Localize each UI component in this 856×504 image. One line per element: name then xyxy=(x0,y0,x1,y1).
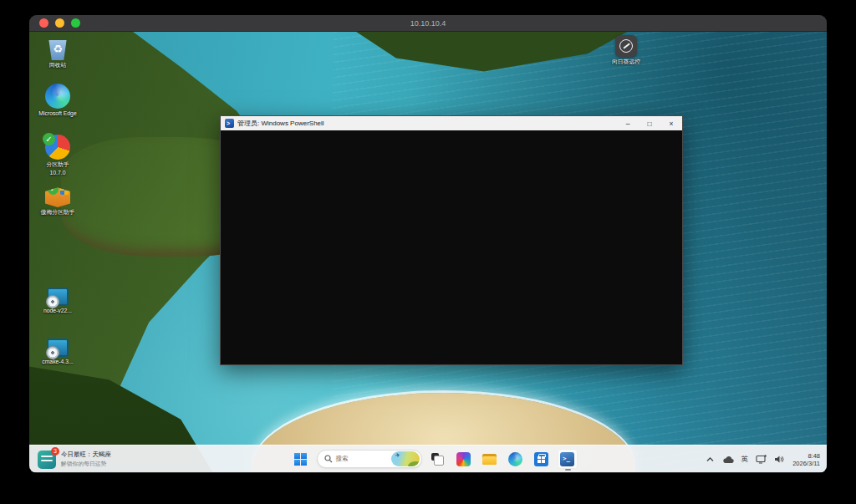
desktop-shortcut-icon xyxy=(48,37,68,60)
tray-time: 8:48 xyxy=(792,452,820,460)
search-placeholder: 搜索 xyxy=(336,455,388,463)
window-control-button[interactable]: × xyxy=(660,116,682,130)
widget-subtext: 解锁你的每日运势 xyxy=(61,460,111,468)
terminal-line: PS C:\WINDOWS\system32> _ xyxy=(224,359,679,365)
terminal-line: 🦞 OpenClaw 中文版 2026.3.8 (3caab92) — Self… xyxy=(224,250,679,257)
terminal-line: 🦞 OpenClaw 中文版 2026.3.8 (3caab92) — I'm … xyxy=(224,313,679,320)
windows-desktop: 回收站 Microsoft Edge 分区助手 10.7.0 xyxy=(29,32,827,472)
window-controls: – □ × xyxy=(617,116,682,130)
taskbar-app-icon xyxy=(431,452,445,466)
terminal-line: Updated gateway.controlUi.allowInsecureA… xyxy=(224,289,679,297)
terminal-line xyxy=(224,133,679,140)
desktop-shortcut[interactable]: cmake-4.3... xyxy=(36,335,79,367)
terminal-line: Config overwrite: C:\Users\admin\.opencl… xyxy=(224,203,679,211)
desktop-shortcut-label: Microsoft Edge xyxy=(36,110,79,117)
terminal-line xyxy=(224,258,679,266)
terminal-line: json.bak) xyxy=(224,344,679,351)
terminal-line: json.bak) xyxy=(224,219,679,227)
desktop-shortcut[interactable]: 回收站 xyxy=(36,37,79,70)
desktop-shortcut-label: 分区助手 xyxy=(36,161,79,168)
taskbar-center: 搜索 xyxy=(279,449,578,469)
search-box[interactable]: 搜索 xyxy=(317,450,422,468)
cloud-status-icon[interactable] xyxy=(722,456,734,464)
system-tray: 英 8:48 2026/3 xyxy=(706,445,820,472)
widget-headline: 今日最旺：天蝎座 xyxy=(61,451,111,459)
taskbar: 3 今日最旺：天蝎座 解锁你的每日运势 xyxy=(29,445,827,472)
terminal-line: Updated gateway.controlUi.allowedOrigins… xyxy=(224,227,679,234)
remote-tool-label: 向日葵远控 xyxy=(603,59,650,65)
taskbar-app-button[interactable] xyxy=(506,449,526,469)
desktop-shortcut-label-2: 10.7.0 xyxy=(36,170,79,176)
desktop-shortcut-icon xyxy=(45,84,70,109)
taskbar-app-icon xyxy=(560,452,574,466)
desktop-shortcut-label: 傲梅分区助手 xyxy=(36,209,79,216)
terminal-line: Updated gateway.controlUi.dangerouslyDis… xyxy=(224,352,679,359)
terminal-line: 93ead1535 -> c09ee796be63339b2567a713f1e… xyxy=(224,273,679,281)
powershell-app-icon xyxy=(225,119,234,128)
taskbar-app-icon xyxy=(534,452,548,466)
remote-window-title: 10.10.10.4 xyxy=(29,19,827,28)
terminal-line: PS C:\WINDOWS\system32> openclaw config … xyxy=(224,196,679,203)
desktop-shortcut[interactable]: 傲梅分区助手 xyxy=(36,184,79,217)
desktop-shortcut[interactable]: node-v22... xyxy=(36,284,79,316)
taskbar-app-button[interactable] xyxy=(532,449,552,469)
terminal-line xyxy=(224,149,679,156)
search-icon xyxy=(324,455,333,463)
powershell-titlebar[interactable]: 管理员: Windows PowerShell – □ × xyxy=(221,116,682,130)
taskbar-app-button[interactable] xyxy=(480,449,500,469)
windows-start-icon xyxy=(294,453,307,466)
remote-tool-icon xyxy=(615,35,637,57)
window-control-button[interactable]: □ xyxy=(639,116,660,130)
terminal-line xyxy=(224,305,679,313)
terminal-line: 🦞 OpenClaw 中文版 2026.3.8 (3caab92) — I've… xyxy=(224,172,679,180)
hidden-icons-chevron-icon[interactable] xyxy=(706,456,715,463)
terminal-line xyxy=(224,242,679,250)
desktop-shortcut-label: 回收站 xyxy=(36,62,79,69)
volume-icon[interactable] xyxy=(774,455,785,464)
terminal-line xyxy=(224,180,679,187)
remote-desktop-window: 10.10.10.4 回收站 Microsoft Edge xyxy=(29,15,827,473)
taskbar-app-button[interactable] xyxy=(558,449,578,469)
terminal-line: PS C:\WINDOWS\system32> openclaw config … xyxy=(224,234,679,242)
powershell-window-title: 管理员: Windows PowerShell xyxy=(237,119,617,128)
terminal-line: Updated gateway.bind. Restart the gatewa… xyxy=(224,187,679,195)
terminal-line: PS C:\WINDOWS\system32> openclaw config … xyxy=(224,297,679,304)
taskbar-app-icon xyxy=(456,452,471,466)
widgets-icon: 3 xyxy=(38,451,56,469)
terminal-line: 安装最新的 PowerShell，了解新功能和改进！https://aka.ms… xyxy=(224,140,679,148)
desktop-shortcut-label: node-v22... xyxy=(36,308,79,314)
zoom-traffic-light-icon[interactable] xyxy=(71,18,80,28)
terminal-line: PS C:\WINDOWS\system32> openclaw config … xyxy=(224,156,679,164)
macos-titlebar[interactable]: 10.10.10.4 xyxy=(29,15,827,32)
desktop-shortcut-icon xyxy=(45,184,70,207)
desktop-shortcut-icon xyxy=(47,339,69,357)
powershell-window: 管理员: Windows PowerShell – □ × xyxy=(220,115,683,365)
notification-badge: 3 xyxy=(51,447,59,456)
terminal-line xyxy=(224,164,679,171)
desktop-shortcut[interactable]: 分区助手 10.7.0 xyxy=(36,135,79,176)
desktop-shortcut-label: cmake-4.3... xyxy=(36,359,79,365)
taskbar-app-icon xyxy=(482,452,497,466)
search-highlight-image xyxy=(391,451,420,466)
terminal-line: json.bak) xyxy=(224,282,679,289)
terminal-line: Config overwrite: C:\Users\admin\.opencl… xyxy=(224,328,679,336)
desktop-shortcut[interactable]: Microsoft Edge xyxy=(36,84,79,119)
close-traffic-light-icon[interactable] xyxy=(39,18,48,28)
desktop-shortcut-icon xyxy=(45,135,70,160)
taskbar-app-icon xyxy=(508,452,522,466)
widgets-button[interactable]: 3 今日最旺：天蝎座 解锁你的每日运势 xyxy=(38,445,111,472)
taskbar-app-button[interactable] xyxy=(428,449,448,469)
terminal-line: 322b24adc -> 43c82e05c0297207ed238f19b4a… xyxy=(224,211,679,218)
terminal-output[interactable]: 安装最新的 PowerShell，了解新功能和改进！https://aka.ms… xyxy=(221,130,682,365)
display-cast-icon[interactable] xyxy=(756,455,767,464)
ime-language-indicator[interactable]: 英 xyxy=(741,455,749,465)
terminal-line: 93425a626 -> 63b13cf342ea0b8578e68f19b3b… xyxy=(224,336,679,344)
terminal-line: Config overwrite: C:\Users\admin\.opencl… xyxy=(224,266,679,273)
window-control-button[interactable]: – xyxy=(617,116,639,130)
taskbar-app-button[interactable] xyxy=(454,449,474,469)
tray-date: 2026/3/11 xyxy=(792,460,820,467)
minimize-traffic-light-icon[interactable] xyxy=(55,18,64,28)
desktop-shortcut-remote-tool[interactable]: 向日葵远控 xyxy=(603,35,650,65)
start-button[interactable] xyxy=(291,449,311,469)
clock[interactable]: 8:48 2026/3/11 xyxy=(792,452,820,467)
